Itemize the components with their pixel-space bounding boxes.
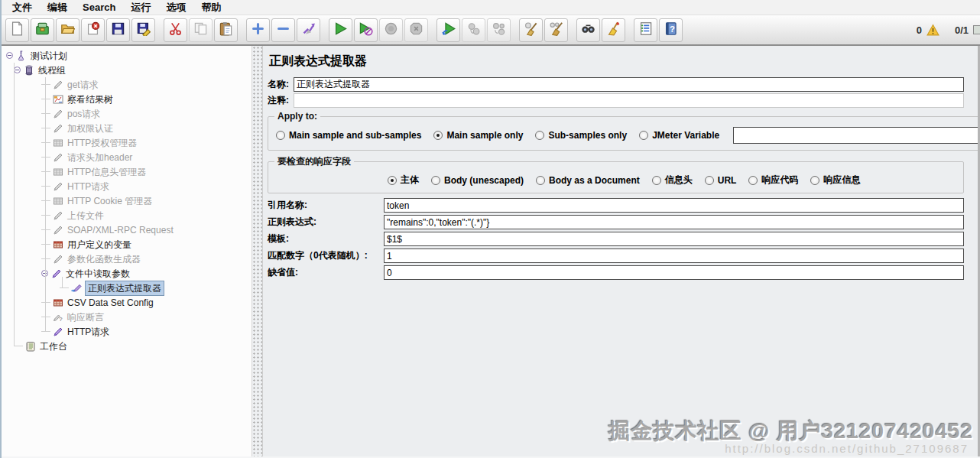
collapse-all-button[interactable] bbox=[271, 18, 295, 42]
radio-icon bbox=[388, 176, 397, 185]
toolbar-status-area: 0 0/1 bbox=[917, 24, 977, 37]
tree-item-察看结果树[interactable]: 察看结果树 bbox=[2, 92, 251, 106]
tree-item-label: 上传文件 bbox=[67, 209, 104, 223]
paste-button[interactable] bbox=[214, 18, 238, 42]
menu-item-5[interactable]: 帮助 bbox=[193, 0, 229, 15]
tree-item-线程组[interactable]: 线程组 bbox=[2, 63, 251, 77]
menu-item-3[interactable]: 运行 bbox=[123, 0, 158, 15]
help-button[interactable]: ? bbox=[659, 18, 683, 42]
regular-expression-input[interactable] bbox=[384, 215, 964, 229]
response-field-option-0[interactable]: 主体 bbox=[388, 174, 419, 187]
response-field-option-5[interactable]: 响应代码 bbox=[748, 174, 798, 187]
open-file-button[interactable] bbox=[56, 18, 80, 42]
clear-button[interactable] bbox=[519, 18, 543, 42]
content-area: 测试计划线程组get请求察看结果树pos请求加权限认证HTTP授权管理器请求头加… bbox=[2, 46, 980, 456]
tree-item-HTTP请求[interactable]: HTTP请求 bbox=[2, 324, 251, 339]
warning-icon[interactable] bbox=[926, 24, 939, 37]
tree-item-CSV Data Set Config[interactable]: CSV Data Set Config bbox=[2, 295, 251, 310]
clear-search-icon bbox=[606, 21, 621, 38]
radio-icon bbox=[639, 131, 648, 140]
regular-expression-row: 正则表达式: bbox=[268, 215, 964, 229]
clear-search-button[interactable] bbox=[602, 18, 625, 42]
name-input[interactable] bbox=[294, 77, 964, 92]
template-input[interactable] bbox=[384, 232, 964, 246]
search-button[interactable] bbox=[576, 18, 600, 42]
tree-item-HTTP请求[interactable]: HTTP请求 bbox=[2, 179, 251, 193]
thread-group-icon bbox=[23, 64, 35, 76]
extractor-icon bbox=[70, 282, 83, 294]
templates-button[interactable] bbox=[31, 18, 54, 42]
pencil-purple-icon bbox=[50, 268, 63, 279]
tree-item-HTTP信息头管理器[interactable]: HTTP信息头管理器 bbox=[2, 164, 251, 179]
tree-expand-handle[interactable] bbox=[14, 67, 21, 73]
function-helper-button[interactable] bbox=[634, 18, 657, 42]
restart-button[interactable] bbox=[436, 18, 460, 42]
comment-input[interactable] bbox=[294, 93, 964, 108]
templates-icon bbox=[35, 21, 50, 38]
apply-to-option-2[interactable]: Sub-samples only bbox=[535, 130, 627, 141]
response-field-options: 主体Body (unescaped)Body as a Document信息头U… bbox=[274, 171, 957, 187]
tree-item-加权限认证[interactable]: 加权限认证 bbox=[2, 121, 251, 135]
tree-connector bbox=[41, 157, 50, 158]
tree-item-label: 用户定义的变量 bbox=[67, 238, 131, 252]
apply-to-option-3[interactable]: JMeter Variable bbox=[639, 130, 719, 141]
tree-item-测试计划[interactable]: 测试计划 bbox=[2, 48, 251, 63]
tree-item-参数化函数生成器[interactable]: 参数化函数生成器 bbox=[2, 252, 251, 266]
tree-item-HTTP授权管理器[interactable]: HTTP授权管理器 bbox=[2, 135, 251, 150]
tree-item-上传文件[interactable]: 上传文件 bbox=[2, 208, 251, 223]
clear-all-button[interactable] bbox=[544, 18, 568, 42]
start-button[interactable] bbox=[329, 18, 352, 42]
tree-item-HTTP Cookie 管理器[interactable]: HTTP Cookie 管理器 bbox=[2, 193, 251, 208]
reference-name-input[interactable] bbox=[384, 198, 964, 213]
response-field-option-6[interactable]: 响应信息 bbox=[810, 174, 860, 187]
tree-item-工作台[interactable]: 工作台 bbox=[2, 339, 251, 353]
clear-icon bbox=[524, 21, 538, 38]
reference-name-label: 引用名称: bbox=[268, 199, 384, 212]
toggle-button[interactable] bbox=[297, 18, 320, 42]
save-as-button[interactable] bbox=[131, 18, 155, 42]
jmeter-variable-input[interactable] bbox=[733, 127, 979, 144]
radio-icon bbox=[536, 176, 545, 185]
close-file-button[interactable] bbox=[81, 18, 105, 42]
menu-item-4[interactable]: 选项 bbox=[158, 0, 193, 15]
tree-item-label: HTTP请求 bbox=[67, 325, 109, 339]
tree-stem bbox=[62, 277, 63, 287]
radio-icon bbox=[810, 176, 819, 185]
table-icon bbox=[52, 166, 64, 177]
start-no-timers-button[interactable] bbox=[354, 18, 378, 42]
cut-button[interactable] bbox=[164, 18, 187, 42]
tree-item-pos请求[interactable]: pos请求 bbox=[2, 106, 251, 121]
tree-item-请求头加header[interactable]: 请求头加header bbox=[2, 150, 251, 164]
tree-connector bbox=[41, 317, 50, 317]
tree-item-SOAP/XML-RPC Request[interactable]: SOAP/XML-RPC Request bbox=[2, 223, 251, 237]
response-field-option-1[interactable]: Body (unescaped) bbox=[431, 175, 524, 186]
apply-to-options: Main sample and sub-samplesMain sample o… bbox=[274, 125, 979, 145]
tree-item-get请求[interactable]: get请求 bbox=[2, 77, 251, 92]
menu-item-1[interactable]: 编辑 bbox=[40, 0, 75, 15]
expand-all-button[interactable] bbox=[246, 18, 270, 42]
run-indicator-square bbox=[973, 25, 980, 34]
default-value-row: 缺省值: bbox=[268, 265, 964, 280]
match-number-input[interactable] bbox=[384, 248, 964, 263]
radio-label: Main sample only bbox=[446, 130, 523, 141]
new-file-button[interactable] bbox=[5, 18, 29, 42]
tree-item-响应断言[interactable]: ?响应断言 bbox=[2, 310, 251, 324]
default-value-input[interactable] bbox=[384, 265, 964, 280]
tree-item-文件中读取参数[interactable]: 文件中读取参数 bbox=[2, 266, 251, 281]
tree-item-label: 响应断言 bbox=[67, 310, 104, 324]
radio-icon bbox=[705, 176, 714, 185]
menu-item-0[interactable]: 文件 bbox=[5, 0, 40, 15]
tree-expand-handle[interactable] bbox=[6, 52, 13, 59]
tree-item-正则表达式提取器[interactable]: 正则表达式提取器 bbox=[2, 281, 251, 295]
response-field-option-4[interactable]: URL bbox=[705, 175, 737, 186]
response-field-option-3[interactable]: 信息头 bbox=[652, 174, 693, 187]
save-button[interactable] bbox=[106, 18, 130, 42]
apply-to-option-1[interactable]: Main sample only bbox=[433, 130, 523, 141]
panel-splitter[interactable] bbox=[251, 46, 263, 456]
tree-item-用户定义的变量[interactable]: 用户定义的变量 bbox=[2, 237, 251, 252]
radio-label: JMeter Variable bbox=[652, 130, 719, 141]
menu-item-2[interactable]: Search bbox=[75, 1, 123, 14]
response-field-option-2[interactable]: Body as a Document bbox=[536, 175, 640, 186]
apply-to-option-0[interactable]: Main sample and sub-samples bbox=[276, 130, 421, 141]
radio-label: URL bbox=[718, 175, 737, 186]
